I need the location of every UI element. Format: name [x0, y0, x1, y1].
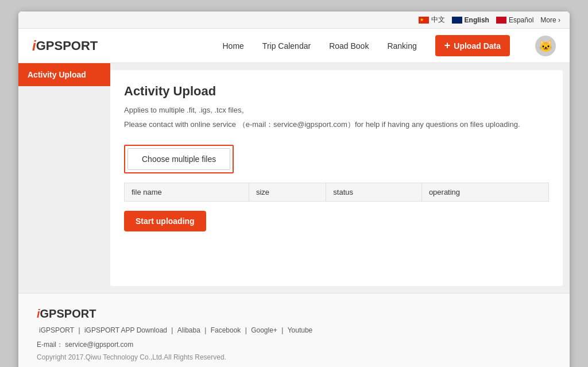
nav-road-book[interactable]: Road Book — [329, 41, 369, 51]
more-languages-button[interactable]: More › — [540, 16, 560, 24]
start-uploading-button[interactable]: Start uploading — [124, 211, 206, 231]
main-nav: Home Trip Calendar Road Book Ranking + U… — [222, 35, 556, 56]
sidebar-item-activity-upload[interactable]: Activity Upload — [18, 63, 110, 86]
footer-link-googleplus[interactable]: Google+ — [251, 326, 277, 334]
page-title: Activity Upload — [124, 84, 549, 99]
footer-link-youtube[interactable]: Youtube — [288, 326, 313, 334]
footer-link-alibaba[interactable]: Alibaba — [177, 326, 200, 334]
user-avatar[interactable]: 🐱 — [535, 36, 556, 56]
nav-home[interactable]: Home — [222, 41, 243, 51]
file-table: file name size status operating — [124, 183, 549, 202]
col-status: status — [326, 183, 422, 201]
logo-i: i — [32, 38, 36, 54]
nav-ranking[interactable]: Ranking — [387, 41, 416, 51]
spanish-label: Español — [509, 16, 533, 24]
chevron-right-icon: › — [558, 16, 560, 24]
footer-links: iGPSPORT | iGPSPORT APP Download | Aliba… — [37, 326, 551, 334]
sidebar: Activity Upload — [18, 63, 110, 293]
lang-chinese[interactable]: 中文 — [419, 15, 445, 25]
nav-trip-calendar[interactable]: Trip Calendar — [262, 41, 311, 51]
footer-logo-text: GPSPORT — [40, 307, 96, 320]
plus-icon: + — [444, 40, 451, 52]
content-area: Activity Upload Applies to multiple .fit… — [110, 70, 563, 286]
upload-area: Choose multiple files — [124, 145, 549, 173]
logo-text: GPSPORT — [36, 38, 98, 53]
choose-files-button[interactable]: Choose multiple files — [127, 148, 230, 170]
email-value: service@igpsport.com — [65, 341, 133, 349]
flag-cn-icon — [419, 17, 429, 24]
flag-es-icon — [496, 17, 506, 24]
lang-spanish[interactable]: Español — [496, 16, 533, 24]
footer-link-app-download[interactable]: iGPSPORT APP Download — [84, 326, 167, 334]
lang-english[interactable]: English — [452, 16, 489, 24]
footer-link-facebook[interactable]: Facebook — [211, 326, 241, 334]
footer-logo: i GPSPORT — [37, 307, 551, 320]
browser-window: 中文 English Español More › i GPSPORT Home… — [18, 11, 570, 367]
col-filename: file name — [125, 183, 249, 201]
footer: i GPSPORT iGPSPORT | iGPSPORT APP Downlo… — [18, 293, 570, 367]
language-bar: 中文 English Español More › — [18, 11, 570, 29]
description-line2: Please contact with online service （e-ma… — [124, 119, 549, 131]
col-operating: operating — [421, 183, 548, 201]
site-logo[interactable]: i GPSPORT — [32, 38, 98, 54]
table-header-row: file name size status operating — [125, 183, 549, 201]
upload-data-label: Upload Data — [454, 41, 501, 51]
email-label: E-mail： — [37, 341, 63, 349]
footer-copyright: Copyright 2017.Qiwu Technology Co.,Ltd.A… — [37, 353, 551, 361]
footer-email: E-mail： service@igpsport.com — [37, 340, 551, 350]
flag-en-icon — [452, 17, 462, 24]
col-size: size — [249, 183, 326, 201]
footer-link-igpsport[interactable]: iGPSPORT — [39, 326, 74, 334]
english-label: English — [465, 16, 489, 24]
upload-data-button[interactable]: + Upload Data — [435, 35, 510, 56]
more-label: More — [540, 16, 556, 24]
sidebar-item-label: Activity Upload — [28, 70, 86, 79]
description-line1: Applies to multiple .fit, .igs, .tcx fil… — [124, 105, 549, 117]
main-wrapper: Activity Upload Activity Upload Applies … — [18, 63, 570, 293]
header: i GPSPORT Home Trip Calendar Road Book R… — [18, 29, 570, 63]
choose-files-wrapper: Choose multiple files — [124, 145, 234, 173]
chinese-label: 中文 — [431, 15, 445, 25]
